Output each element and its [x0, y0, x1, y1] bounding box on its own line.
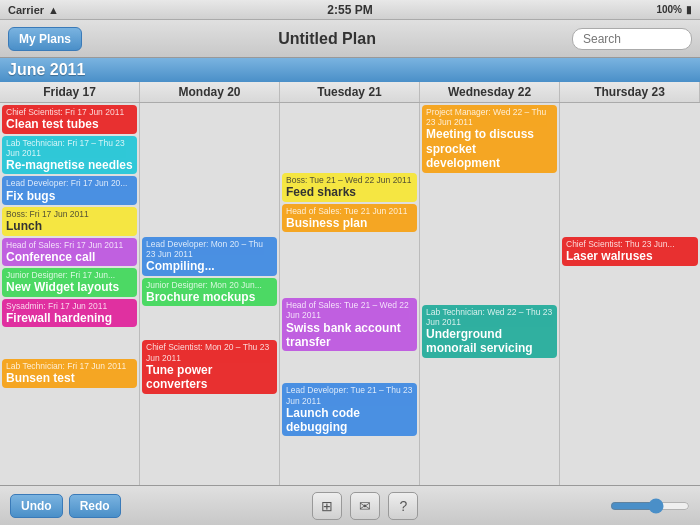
- day-header-2: Tuesday 21: [280, 82, 420, 102]
- carrier-label: Carrier: [8, 4, 44, 16]
- col-wednesday: Project Manager: Wed 22 – Thu 23 Jun 201…: [420, 103, 560, 485]
- footer-right: [610, 498, 690, 514]
- event-tune-power-converters[interactable]: Chief Scientist: Mon 20 – Thu 23 Jun 201…: [142, 340, 277, 393]
- event-launch-code-debugging[interactable]: Lead Developer: Tue 21 – Thu 23 Jun 2011…: [282, 383, 417, 436]
- event-laser-walruses[interactable]: Chief Scientist: Thu 23 Jun... Laser wal…: [562, 237, 698, 266]
- back-button[interactable]: My Plans: [8, 27, 82, 51]
- battery-icon: ▮: [686, 4, 692, 15]
- status-time: 2:55 PM: [327, 3, 372, 17]
- event-remagnetise[interactable]: Lab Technician: Fri 17 – Thu 23 Jun 2011…: [2, 136, 137, 175]
- event-fix-bugs[interactable]: Lead Developer: Fri 17 Jun 20... Fix bug…: [2, 176, 137, 205]
- col-thursday: Chief Scientist: Thu 23 Jun... Laser wal…: [560, 103, 700, 485]
- footer-left: Undo Redo: [10, 494, 121, 518]
- undo-button[interactable]: Undo: [10, 494, 63, 518]
- mail-icon-button[interactable]: ✉: [350, 492, 380, 520]
- status-bar: Carrier ▲ 2:55 PM 100% ▮: [0, 0, 700, 20]
- col-monday: Lead Developer: Mon 20 – Thu 23 Jun 2011…: [140, 103, 280, 485]
- event-swiss-bank[interactable]: Head of Sales: Tue 21 – Wed 22 Jun 2011 …: [282, 298, 417, 351]
- nav-bar: My Plans Untitled Plan: [0, 20, 700, 58]
- col-tuesday: Boss: Tue 21 – Wed 22 Jun 2011 Feed shar…: [280, 103, 420, 485]
- col-friday: Chief Scientist: Fri 17 Jun 2011 Clean t…: [0, 103, 140, 485]
- footer: Undo Redo ⊞ ✉ ?: [0, 485, 700, 525]
- calendar-area: June 2011 Friday 17 Monday 20 Tuesday 21…: [0, 58, 700, 485]
- event-firewall-hardening[interactable]: Sysadmin: Fri 17 Jun 2011 Firewall harde…: [2, 299, 137, 328]
- event-lunch[interactable]: Boss: Fri 17 Jun 2011 Lunch: [2, 207, 137, 236]
- event-bunsen-test[interactable]: Lab Technician: Fri 17 Jun 2011 Bunsen t…: [2, 359, 137, 388]
- event-new-widget-layouts[interactable]: Junior Designer: Fri 17 Jun... New Widge…: [2, 268, 137, 297]
- nav-title: Untitled Plan: [90, 30, 564, 48]
- grid-icon-button[interactable]: ⊞: [312, 492, 342, 520]
- event-meeting-sprocket[interactable]: Project Manager: Wed 22 – Thu 23 Jun 201…: [422, 105, 557, 173]
- search-input[interactable]: [572, 28, 692, 50]
- day-header-0: Friday 17: [0, 82, 140, 102]
- calendar-grid: Chief Scientist: Fri 17 Jun 2011 Clean t…: [0, 103, 700, 485]
- zoom-slider[interactable]: [610, 498, 690, 514]
- event-business-plan[interactable]: Head of Sales: Tue 21 Jun 2011 Business …: [282, 204, 417, 233]
- event-brochure-mockups[interactable]: Junior Designer: Mon 20 Jun... Brochure …: [142, 278, 277, 307]
- day-headers: Friday 17 Monday 20 Tuesday 21 Wednesday…: [0, 82, 700, 103]
- event-feed-sharks[interactable]: Boss: Tue 21 – Wed 22 Jun 2011 Feed shar…: [282, 173, 417, 202]
- help-icon-button[interactable]: ?: [388, 492, 418, 520]
- event-compiling[interactable]: Lead Developer: Mon 20 – Thu 23 Jun 2011…: [142, 237, 277, 276]
- footer-center: ⊞ ✉ ?: [312, 492, 418, 520]
- redo-button[interactable]: Redo: [69, 494, 121, 518]
- day-header-3: Wednesday 22: [420, 82, 560, 102]
- event-conference-call[interactable]: Head of Sales: Fri 17 Jun 2011 Conferenc…: [2, 238, 137, 267]
- day-header-4: Thursday 23: [560, 82, 700, 102]
- day-header-1: Monday 20: [140, 82, 280, 102]
- battery-label: 100%: [656, 4, 682, 15]
- wifi-icon: ▲: [48, 4, 59, 16]
- status-left: Carrier ▲: [8, 4, 59, 16]
- status-right: 100% ▮: [656, 4, 692, 15]
- event-monorail-servicing[interactable]: Lab Technician: Wed 22 – Thu 23 Jun 2011…: [422, 305, 557, 358]
- month-header: June 2011: [0, 58, 700, 82]
- event-clean-test-tubes[interactable]: Chief Scientist: Fri 17 Jun 2011 Clean t…: [2, 105, 137, 134]
